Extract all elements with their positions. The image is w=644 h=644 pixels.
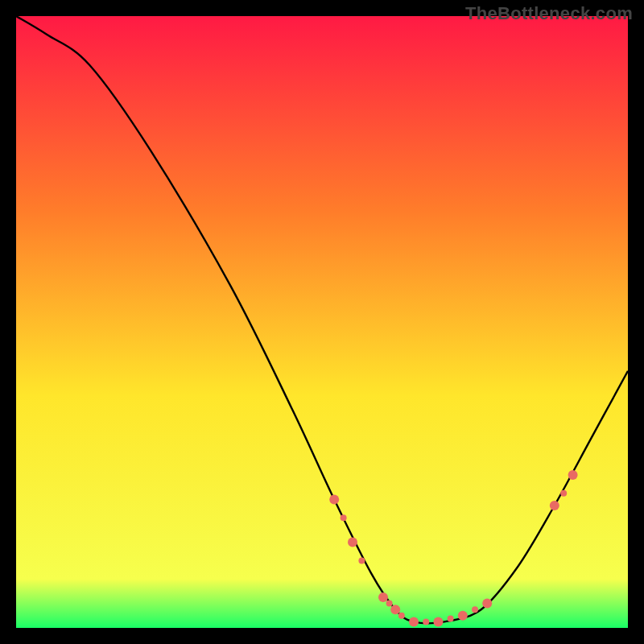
highlight-dot: [329, 494, 339, 504]
highlight-dot: [458, 611, 468, 621]
watermark-text: TheBottleneck.com: [465, 3, 633, 24]
chart-stage: TheBottleneck.com: [0, 0, 644, 644]
plot-area: [16, 16, 628, 628]
highlight-dot: [550, 501, 559, 510]
bottleneck-chart: [16, 16, 628, 628]
highlight-dot: [386, 601, 393, 607]
highlight-dot: [390, 605, 400, 614]
highlight-dot: [482, 599, 492, 609]
highlight-dot: [409, 617, 419, 626]
highlight-dot: [568, 470, 578, 480]
highlight-dot: [448, 616, 454, 622]
highlight-dot: [398, 613, 405, 619]
highlight-dot: [358, 557, 365, 564]
highlight-dot: [423, 618, 429, 625]
highlight-dot: [348, 538, 357, 547]
highlight-dot: [433, 617, 443, 626]
highlight-dot: [378, 592, 388, 602]
highlight-dot: [341, 514, 347, 521]
highlight-dot: [560, 490, 567, 497]
highlight-dot: [472, 606, 478, 613]
